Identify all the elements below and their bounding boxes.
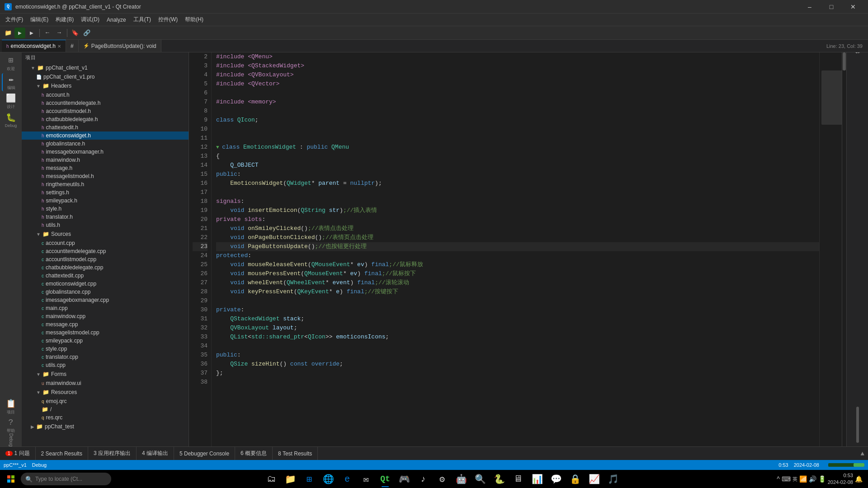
bottom-tab-compile[interactable]: 4 编译输出 (137, 447, 174, 460)
start-button[interactable] (2, 470, 20, 488)
sidebar-item-ringthemeutils-h[interactable]: h ringthemeutils.h (22, 180, 189, 188)
icon-project[interactable]: 📋 项目 (2, 398, 20, 416)
tray-wifi[interactable]: 📶 (799, 475, 807, 483)
sidebar-item-mainwindow-cpp[interactable]: c mainwindow.cpp (22, 312, 189, 320)
taskbar-app-chat[interactable]: 💬 (547, 470, 565, 488)
menu-tools[interactable]: 工具(T) (130, 14, 155, 25)
sidebar-item-messagelistmodel-cpp[interactable]: c messagelistmodel.cpp (22, 328, 189, 337)
icon-design[interactable]: ⬜ 设计 (2, 92, 20, 110)
sidebar-item-emoj-qrc[interactable]: q emoj.qrc (22, 397, 189, 405)
toolbar-forward-btn[interactable]: → (54, 28, 65, 38)
maximize-button[interactable]: □ (821, 0, 842, 14)
sidebar-item-globalinstance-cpp[interactable]: c globalinstance.cpp (22, 288, 189, 296)
sidebar-item-chatbubbledelegate-h[interactable]: h chatbubbledelegate.h (22, 115, 189, 123)
sidebar-item-account-h[interactable]: h account.h (22, 91, 189, 99)
sidebar-item-utils-cpp[interactable]: c utils.cpp (22, 361, 189, 369)
sidebar-item-smileypack-h[interactable]: h smileypack.h (22, 197, 189, 205)
sidebar-item-style-cpp[interactable]: c style.cpp (22, 345, 189, 353)
sidebar-item-chatbubbledelegate-cpp[interactable]: c chatbubbledelegate.cpp (22, 263, 189, 272)
taskbar-app-edge[interactable]: e (338, 470, 356, 488)
bottom-tab-test[interactable]: 8 Test Results (273, 447, 318, 460)
taskbar-app-chrome[interactable]: 🌐 (319, 470, 337, 488)
sidebar-item-accountlistmodel-h[interactable]: h accountlistmodel.h (22, 107, 189, 115)
sidebar-item-mainwindow-ui[interactable]: u mainwindow.ui (22, 379, 189, 387)
close-button[interactable]: ✕ (843, 0, 863, 14)
build-panel-label[interactable]: 构建 (854, 54, 861, 61)
tray-battery[interactable]: 🔋 (818, 475, 826, 483)
taskbar-search-box[interactable]: 🔍 Type to locate (Ct... (21, 473, 111, 485)
sidebar-item-accountlistmodel-cpp[interactable]: c accountlistmodel.cpp (22, 255, 189, 263)
sidebar-ppchat-test[interactable]: ▶ 📁 ppChat_test (22, 422, 189, 432)
sidebar-item-imessageboxmanager-h[interactable]: h imessageboxmanager.h (22, 148, 189, 156)
tray-notifications[interactable]: 🔔 (855, 475, 863, 483)
sidebar-item-accountitemdelegate-cpp[interactable]: c accountitemdelegate.cpp (22, 247, 189, 255)
sidebar-item-res-qrc[interactable]: q res.qrc (22, 413, 189, 422)
minimize-button[interactable]: – (799, 0, 820, 14)
bottom-tab-search[interactable]: 2 Search Results (36, 447, 88, 460)
icon-help[interactable]: ? 帮助 (2, 417, 20, 435)
tray-sound[interactable]: 🔊 (809, 475, 816, 483)
menu-debug[interactable]: 调试(D) (77, 14, 103, 25)
menu-help[interactable]: 帮助(H) (181, 14, 207, 25)
bottom-tab-summary[interactable]: 6 概要信息 (235, 447, 273, 460)
sidebar-item-settings-h[interactable]: h settings.h (22, 188, 189, 197)
tab-emoticonswidget-h[interactable]: h emoticonswidget.h ✕ (2, 40, 66, 52)
sidebar-item-emoticonswidget-h[interactable]: h emoticonswidget.h (22, 131, 189, 140)
taskbar-app-mail[interactable]: ✉ (357, 470, 375, 488)
menu-edit[interactable]: 编辑(E) (27, 14, 52, 25)
taskbar-app-lock[interactable]: 🔒 (566, 470, 584, 488)
taskbar-app-dev[interactable]: ⚙ (433, 470, 451, 488)
sidebar-resources-folder[interactable]: ▼ 📁 Resources (22, 387, 189, 397)
bottom-tab-debugger[interactable]: 5 Debugger Console (174, 447, 235, 460)
tray-keyboard[interactable]: ⌨ (782, 475, 791, 483)
taskbar-app-android[interactable]: 🤖 (452, 470, 470, 488)
bottom-tab-problems[interactable]: 1 1 问题 (0, 447, 36, 460)
tab-hash[interactable]: # (66, 40, 79, 52)
menu-controls[interactable]: 控件(W) (155, 14, 181, 25)
toolbar-project-btn[interactable]: 📁 (3, 28, 14, 38)
taskbar-app-files[interactable]: 📁 (281, 470, 299, 488)
sidebar-item-account-cpp[interactable]: c account.cpp (22, 239, 189, 247)
taskbar-app-stocks[interactable]: 📈 (585, 470, 603, 488)
taskbar-app-search2[interactable]: 🔍 (471, 470, 489, 488)
minimap-thumb[interactable] (821, 70, 844, 125)
icon-debug[interactable]: 🐛 Debug (2, 111, 20, 129)
sidebar-root-project[interactable]: ▼ 📁 ppChat_client_v1 (22, 63, 189, 73)
toolbar-debug-btn[interactable]: ▶ (14, 28, 25, 38)
sidebar-item-translator-cpp[interactable]: c translator.cpp (22, 353, 189, 361)
bottom-tab-app-output[interactable]: 3 应用程序输出 (88, 447, 137, 460)
menu-build[interactable]: 构建(B) (52, 14, 77, 25)
sidebar-forms-folder[interactable]: ▼ 📁 Forms (22, 369, 189, 379)
tab-close-icon[interactable]: ✕ (57, 44, 61, 49)
taskbar-app-store[interactable]: ⊞ (300, 470, 318, 488)
sidebar-item-emoticonswidget-cpp[interactable]: c emoticonswidget.cpp (22, 280, 189, 288)
toolbar-bookmark2-btn[interactable]: 🔗 (81, 28, 92, 38)
sidebar-sources-folder[interactable]: ▼ 📁 Sources (22, 229, 189, 239)
taskbar-app-qtcreator[interactable]: Qt (376, 470, 394, 488)
toolbar-bookmark-btn[interactable]: 🔖 (70, 28, 80, 38)
sidebar-item-messagelistmodel-h[interactable]: h messagelistmodel.h (22, 172, 189, 180)
sidebar-item-accountitemdelegate-h[interactable]: h accountitemdelegate.h (22, 99, 189, 107)
sidebar-item-style-h[interactable]: h style.h (22, 205, 189, 213)
bottom-arrow-up[interactable]: ▲ (861, 450, 864, 457)
icon-welcome[interactable]: ⊞ 欢迎 (2, 54, 20, 72)
toolbar-run-btn[interactable]: ▶ (26, 28, 37, 38)
taskbar-app-explorer[interactable]: 🗂 (262, 470, 280, 488)
sidebar-item-chattextedit-h[interactable]: h chattextedit.h (22, 123, 189, 131)
right-scrollbar-thumb[interactable] (856, 407, 859, 443)
taskbar-app-music2[interactable]: 🎵 (604, 470, 622, 488)
taskbar-app-python[interactable]: 🐍 (490, 470, 508, 488)
sidebar-headers-folder[interactable]: ▼ 📁 Headers (22, 81, 189, 91)
tab-pagebuttonsupdate[interactable]: ⚡ PageButtonsUpdate(): void (79, 40, 161, 52)
menu-file[interactable]: 文件(F) (2, 14, 27, 25)
sidebar-item-message-cpp[interactable]: c message.cpp (22, 320, 189, 328)
sidebar-item-smileypack-cpp[interactable]: c smileypack.cpp (22, 337, 189, 345)
tray-expand[interactable]: ^ (777, 475, 780, 483)
taskbar-app-music[interactable]: ♪ (414, 470, 432, 488)
sidebar-item-main-cpp[interactable]: c main.cpp (22, 304, 189, 312)
sidebar-item-imessageboxmanager-cpp[interactable]: c imessageboxmanager.cpp (22, 296, 189, 304)
sidebar-item-mainwindow-h[interactable]: h mainwindow.h (22, 156, 189, 164)
sidebar-item-chattextedit-cpp[interactable]: c chattextedit.cpp (22, 272, 189, 280)
scrollbar-thumb[interactable] (843, 52, 846, 70)
code-editor[interactable]: 2 3 4 5 6 7 8 9 10 11 12 13 14 15 16 17 (189, 52, 846, 446)
